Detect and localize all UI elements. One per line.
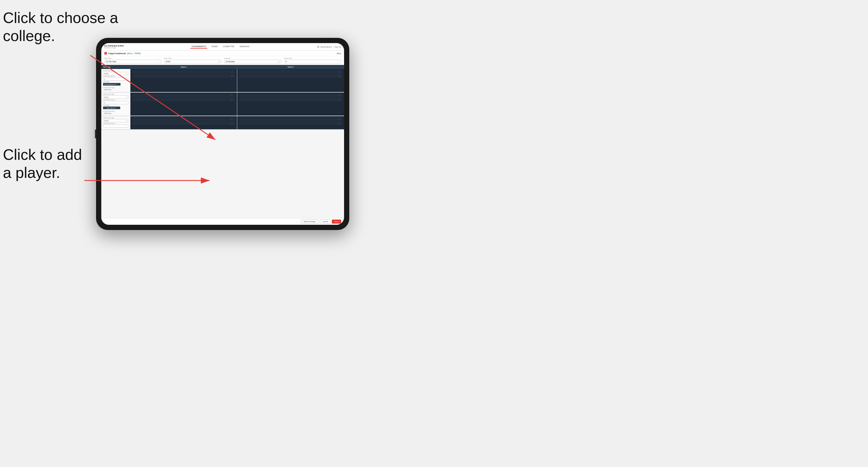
start-time-label: Start Time bbox=[164, 57, 221, 59]
team1-col-2: ✕⌄ ✕⌄ bbox=[130, 93, 237, 116]
player-slot-2-1[interactable]: ✕⌄ bbox=[239, 70, 342, 74]
slot-icons-5-2: ✕⌄ bbox=[231, 122, 234, 124]
start-type-input[interactable]: 1st Tee Start ⌃⌄ bbox=[104, 60, 161, 63]
app-container: SCOREBOARD Powered by clippd TOURNAMENTS… bbox=[101, 43, 344, 225]
course-tag-2[interactable]: 🏌 East Lake GC ✕ ⌄ bbox=[103, 106, 120, 109]
slot-icons-6-1: ✕⌄ bbox=[338, 118, 341, 120]
starting-hole-input-3[interactable]: ⌃⌄ bbox=[103, 125, 128, 127]
col-team2: Team 2 bbox=[237, 65, 344, 69]
player-slot-4-1[interactable]: ✕⌄ bbox=[239, 94, 342, 97]
user-avatar bbox=[317, 46, 319, 48]
tablet-frame: SCOREBOARD Powered by clippd TOURNAMENTS… bbox=[96, 38, 349, 230]
nav-rankings[interactable]: RANKINGS bbox=[238, 45, 251, 49]
group-left-1: STARTING TIME: 10:00 🕐 STARTING HOLE: 1 … bbox=[101, 69, 130, 92]
group-row-1: STARTING TIME: 10:00 🕐 STARTING HOLE: 1 … bbox=[101, 69, 344, 93]
event-title: C Clippd Invitational (Men) Hosting bbox=[104, 52, 142, 55]
nav-tournaments[interactable]: TOURNAMENTS bbox=[190, 45, 207, 49]
group-size-label: Group Size bbox=[284, 57, 341, 59]
user-email: blair@clippd.io bbox=[320, 46, 332, 48]
player-slot-4-2[interactable]: ✕⌄ bbox=[239, 98, 342, 101]
player-slot-6-2[interactable]: ✕⌄ bbox=[239, 121, 342, 125]
slot-icons-3-1: ✕⌄ bbox=[231, 95, 234, 96]
annotation-bottom-line2: a player. bbox=[3, 164, 60, 181]
app-logo: SCOREBOARD Powered by clippd bbox=[104, 45, 124, 49]
starting-time-label-3: STARTING TIME: bbox=[103, 117, 128, 119]
save-button[interactable]: Save bbox=[332, 220, 341, 224]
app-header: SCOREBOARD Powered by clippd TOURNAMENTS… bbox=[101, 43, 344, 51]
starting-time-input-1[interactable]: 10:00 🕐 bbox=[103, 72, 128, 75]
start-type-arrows: ⌃⌄ bbox=[157, 61, 160, 63]
player-slot-5-1[interactable]: ✕⌄ bbox=[132, 117, 235, 121]
nav-teams[interactable]: TEAMS bbox=[210, 45, 219, 49]
slot-icons-2-1: ✕⌄ bbox=[338, 71, 341, 73]
starting-time-label-2: STARTING TIME: bbox=[103, 94, 128, 95]
intervals-label: Intervals bbox=[224, 57, 281, 59]
event-name: Clippd Invitational bbox=[108, 53, 126, 55]
course-label-2: COURSE: bbox=[103, 105, 128, 106]
slot-icons-4-2: ✕⌄ bbox=[338, 99, 341, 100]
starting-hole-label-1: STARTING HOLE: bbox=[103, 76, 128, 77]
col-team1: Team 1 bbox=[130, 65, 237, 69]
slot-icons-1-1: ✕⌄ bbox=[231, 71, 234, 73]
reset-changes-button[interactable]: Reset Changes bbox=[301, 220, 318, 224]
player-slot-1-1[interactable]: ✕⌄ bbox=[132, 70, 235, 74]
team2-col-2: ✕⌄ ✕⌄ bbox=[237, 93, 344, 116]
start-time-icon: 🕐 bbox=[218, 61, 220, 63]
player-slot-3-2[interactable]: ✕⌄ bbox=[132, 98, 235, 101]
back-button[interactable]: ‹ Back bbox=[336, 53, 341, 55]
annotation-line2: college. bbox=[3, 27, 55, 44]
col-tee-time: Tee Time bbox=[101, 65, 130, 69]
cancel-button[interactable]: Cancel bbox=[320, 220, 331, 224]
slot-icons-2-2: ✕⌄ bbox=[338, 75, 341, 77]
group-left-3: STARTING TIME: 10:20 🕐 STARTING HOLE: ⌃⌄ bbox=[101, 116, 130, 129]
starting-hole-input-1[interactable]: 1 ⌃⌄ bbox=[103, 77, 128, 81]
annotation-bottom-line1: Click to add bbox=[3, 146, 82, 163]
slot-icons-3-2: ✕⌄ bbox=[231, 99, 234, 100]
course-label-1: COURSE: bbox=[103, 81, 128, 83]
starting-time-input-2[interactable]: 10:10 🕐 bbox=[103, 95, 128, 99]
table-header: Tee Time Team 1 Team 2 bbox=[101, 65, 344, 69]
app-subheader: C Clippd Invitational (Men) Hosting ‹ Ba… bbox=[101, 51, 344, 56]
nav-committee[interactable]: COMMITTEE bbox=[222, 45, 236, 49]
tablet-side-button bbox=[95, 130, 96, 138]
group-row-2: STARTING TIME: 10:10 🕐 STARTING HOLE: 1 … bbox=[101, 93, 344, 116]
intervals-input[interactable]: 10 Minutes 🕐 bbox=[224, 60, 281, 63]
player-slot-5-2[interactable]: ✕⌄ bbox=[132, 121, 235, 125]
tablet-screen: SCOREBOARD Powered by clippd TOURNAMENTS… bbox=[101, 43, 344, 225]
sign-out-link[interactable]: Sign out bbox=[335, 46, 341, 48]
starting-hole-input-2[interactable]: 1 ⌃⌄ bbox=[103, 101, 128, 104]
starting-time-input-3[interactable]: 10:20 🕐 bbox=[103, 119, 128, 122]
starting-hole-label-3: STARTING HOLE: bbox=[103, 123, 128, 124]
start-time-input[interactable]: 10:00 🕐 bbox=[164, 60, 221, 63]
course-tag-1[interactable]: (A) Peachtree GC ✕ ⌄ bbox=[103, 83, 121, 86]
intervals-icon: 🕐 bbox=[278, 61, 280, 63]
add-group-2[interactable]: + Add Group bbox=[103, 113, 128, 114]
logo-sub: Powered by clippd bbox=[104, 47, 124, 49]
remove-course-1[interactable]: ✕ bbox=[117, 84, 118, 85]
app-user: blair@clippd.io | Sign out bbox=[317, 46, 341, 48]
slot-icons-1-2: ✕⌄ bbox=[231, 75, 234, 77]
start-time-group: Start Time 10:00 🕐 bbox=[164, 57, 221, 63]
add-group-1[interactable]: + Add Group bbox=[103, 89, 128, 91]
player-slot-3-1[interactable]: ✕⌄ bbox=[132, 94, 235, 97]
starting-time-label-1: STARTING TIME: bbox=[103, 70, 128, 72]
annotation-add-player: Click to add a player. bbox=[3, 146, 82, 182]
hosting-badge: Hosting bbox=[134, 52, 142, 55]
group-size-arrows: ⌃⌄ bbox=[337, 61, 340, 63]
team2-col-1: ✕⌄ ✕⌄ bbox=[237, 69, 344, 92]
starting-hole-label-2: STARTING HOLE: bbox=[103, 99, 128, 101]
group-size-input[interactable]: 3 ⌃⌄ bbox=[284, 60, 341, 63]
intervals-group: Intervals 10 Minutes 🕐 bbox=[224, 57, 281, 63]
slot-icons-4-1: ✕⌄ bbox=[338, 95, 341, 96]
player-slot-1-2[interactable]: ✕⌄ bbox=[132, 74, 235, 78]
remove-course-2[interactable]: ✕ bbox=[116, 107, 117, 109]
group-left-2: STARTING TIME: 10:10 🕐 STARTING HOLE: 1 … bbox=[101, 93, 130, 116]
team1-col-3: ✕⌄ ✕⌄ bbox=[130, 116, 237, 129]
player-slot-2-2[interactable]: ✕⌄ bbox=[239, 74, 342, 78]
separator: | bbox=[333, 46, 334, 48]
player-slot-6-1[interactable]: ✕⌄ bbox=[239, 117, 342, 121]
remove-group-2[interactable]: ⊖ Remove Group bbox=[103, 110, 128, 112]
remove-group-1[interactable]: ⊖ Remove Group bbox=[103, 87, 128, 89]
slot-icons-6-2: ✕⌄ bbox=[338, 122, 341, 124]
app-footer: Reset Changes Cancel Save bbox=[101, 218, 344, 225]
